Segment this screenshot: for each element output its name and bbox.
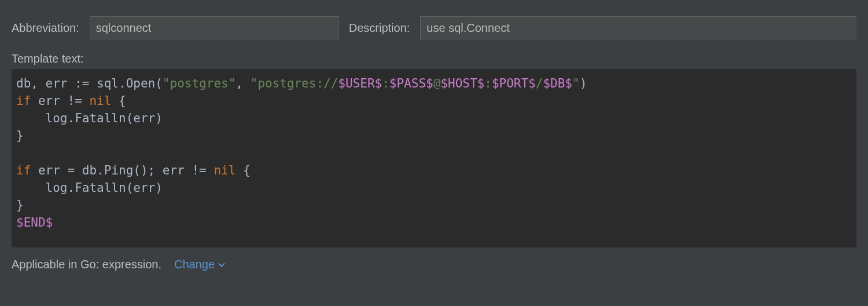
applicable-context-text: Applicable in Go: expression. [12, 258, 161, 271]
footer-row: Applicable in Go: expression. Change [12, 258, 856, 271]
description-input[interactable] [420, 16, 856, 39]
header-row: Abbreviation: Description: [12, 16, 856, 39]
description-label: Description: [349, 21, 410, 35]
abbreviation-label: Abbreviation: [12, 21, 79, 35]
template-text-editor[interactable]: db, err := sql.Open("postgres", "postgre… [12, 69, 856, 247]
chevron-down-icon [218, 261, 225, 268]
change-context-link[interactable]: Change [174, 258, 225, 271]
template-text-label: Template text: [12, 52, 856, 65]
abbreviation-input[interactable] [90, 16, 339, 39]
change-context-label: Change [174, 258, 215, 271]
